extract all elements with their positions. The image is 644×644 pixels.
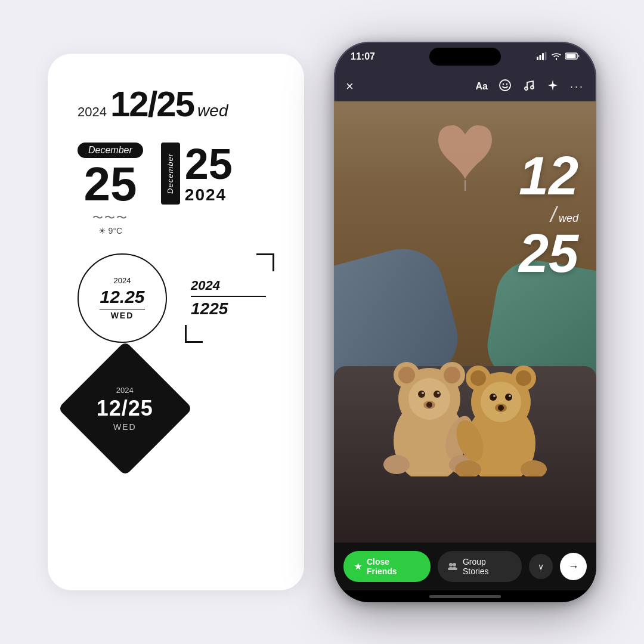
bracket-corner-top-right <box>256 253 274 271</box>
svg-rect-2 <box>542 53 544 60</box>
bar-year: 2024 <box>185 185 233 205</box>
story-background: 12 / wed 25 <box>334 101 596 543</box>
header-year: 2024 <box>78 104 107 120</box>
more-button[interactable]: ··· <box>570 80 584 93</box>
svg-point-35 <box>481 382 521 422</box>
diamond-day: WED <box>114 422 137 432</box>
toolbar-icons: Aa <box>476 79 584 95</box>
pill-weather: 〜〜〜 ☀ 9°C <box>92 210 128 236</box>
wavy-line: 〜〜〜 <box>92 210 128 225</box>
widget-style5: 2024 12/25 WED <box>58 341 193 476</box>
home-indicator <box>334 590 596 602</box>
svg-rect-3 <box>545 52 547 60</box>
status-icons <box>537 52 580 62</box>
svg-rect-6 <box>578 55 580 57</box>
circle-date: 12.25 <box>100 286 144 309</box>
svg-rect-0 <box>537 57 538 60</box>
phone-wrap: 11:07 <box>322 36 608 608</box>
group-stories-button[interactable]: Group Stories <box>438 551 522 582</box>
svg-rect-5 <box>566 54 576 58</box>
overlay-day-label: wed <box>559 212 578 225</box>
svg-point-34 <box>516 370 531 386</box>
group-stories-label: Group Stories <box>463 557 512 576</box>
chevron-button[interactable]: ∨ <box>529 554 553 579</box>
group-icon <box>447 562 458 572</box>
diamond-date: 12/25 <box>97 396 153 421</box>
sparkle-button[interactable] <box>546 79 559 95</box>
temperature: ☀ 9°C <box>98 226 122 236</box>
font-button[interactable]: Aa <box>476 81 488 92</box>
send-button[interactable]: → <box>560 553 587 580</box>
pill-month: December <box>78 143 143 158</box>
widget-header-date: 2024 12/25 wed <box>78 83 228 125</box>
signal-icon <box>537 52 547 62</box>
overlay-row2: / wed <box>519 203 578 227</box>
pill-day: 25 <box>83 160 137 208</box>
phone-frame: 11:07 <box>334 42 596 602</box>
overlay-slash: / <box>550 203 556 227</box>
emoji-button[interactable] <box>499 79 512 95</box>
widget-panel: 2024 12/25 wed December 25 〜〜〜 ☀ 9°C Dec… <box>48 54 304 590</box>
widget-style1: December 25 〜〜〜 ☀ 9°C <box>78 143 143 236</box>
svg-point-41 <box>498 405 504 411</box>
wifi-icon <box>551 52 562 62</box>
chevron-down-icon: ∨ <box>538 562 544 571</box>
widget-style5-wrap: 2024 12/25 WED <box>78 361 173 456</box>
bracket-date: 1225 <box>191 299 228 318</box>
overlay-bottom-num: 25 <box>519 227 578 280</box>
diamond-year: 2024 <box>117 386 134 395</box>
close-friends-button[interactable]: ★ Close Friends <box>343 551 431 582</box>
svg-point-46 <box>453 563 456 566</box>
star-icon: ★ <box>354 562 362 571</box>
circle-day: WED <box>111 311 134 320</box>
svg-point-22 <box>422 392 424 394</box>
svg-point-21 <box>434 391 441 398</box>
arrow-right-icon: → <box>568 561 579 573</box>
main-container: 2024 12/25 wed December 25 〜〜〜 ☀ 9°C Dec… <box>0 0 644 644</box>
music-button[interactable] <box>522 79 535 95</box>
bracket-divider <box>191 296 266 297</box>
story-date-overlay: 12 / wed 25 <box>519 149 578 280</box>
svg-point-10 <box>525 87 528 90</box>
circle-year: 2024 <box>114 276 131 285</box>
battery-icon <box>565 52 580 62</box>
widget-style4: 2024 1225 <box>185 253 274 343</box>
status-bar: 11:07 <box>334 42 596 72</box>
svg-point-11 <box>531 86 534 89</box>
svg-point-38 <box>493 395 496 397</box>
header-date: 12/25 <box>110 83 194 125</box>
widget-row-2: December 25 〜〜〜 ☀ 9°C December 25 2024 <box>78 143 233 236</box>
dynamic-island <box>429 48 501 66</box>
svg-point-36 <box>490 394 497 401</box>
svg-point-45 <box>449 563 453 566</box>
widget-style2: December 25 2024 <box>161 143 233 205</box>
svg-point-20 <box>418 391 425 398</box>
svg-point-18 <box>444 367 460 383</box>
story-content: 12 / wed 25 <box>334 101 596 543</box>
diamond-inner: 2024 12/25 WED <box>97 386 153 432</box>
svg-rect-1 <box>540 55 541 60</box>
heart-balloon <box>426 113 504 193</box>
bar-month-label: December <box>166 153 175 194</box>
status-time: 11:07 <box>351 51 375 62</box>
svg-point-25 <box>426 402 432 408</box>
widget-style3: 2024 12.25 WED <box>78 253 167 343</box>
close-friends-label: Close Friends <box>367 557 420 576</box>
bracket-corner-bottom-left <box>185 325 203 343</box>
svg-point-32 <box>470 370 486 386</box>
svg-point-27 <box>383 455 410 474</box>
svg-point-16 <box>398 367 415 383</box>
close-button[interactable]: × <box>346 79 354 94</box>
svg-point-39 <box>509 395 511 397</box>
widget-row-3: 2024 12.25 WED 2024 1225 <box>78 253 274 343</box>
svg-point-37 <box>505 394 512 401</box>
bracket-year: 2024 <box>191 278 220 293</box>
bar-day: 25 <box>185 143 233 185</box>
header-day: wed <box>197 101 228 120</box>
svg-point-8 <box>503 83 504 84</box>
bar-vertical: December <box>161 143 180 205</box>
svg-point-19 <box>408 378 450 420</box>
story-bottom-bar: ★ Close Friends Group Stories <box>334 543 596 590</box>
bar-right: 25 2024 <box>185 143 233 205</box>
svg-point-23 <box>437 392 439 394</box>
